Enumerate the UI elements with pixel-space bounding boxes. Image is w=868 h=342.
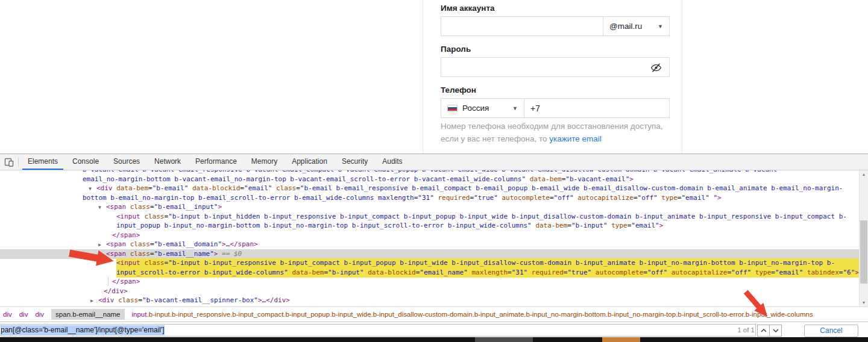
phone-hint-text: Номер телефона необходим для восстановле… <box>441 120 677 145</box>
dom-tree-row[interactable]: <input class="b-input b-input_hidden b-i… <box>0 212 859 222</box>
device-toolbar-button[interactable] <box>0 154 18 170</box>
country-select[interactable]: Россия ▼ <box>441 98 524 118</box>
tab-audits[interactable]: Audits <box>377 154 407 170</box>
domain-select-value: @mail.ru <box>609 22 642 31</box>
chevron-down-icon: ▼ <box>658 23 663 30</box>
match-count: 1 of 1 <box>732 326 755 334</box>
previous-match-button[interactable] <box>757 325 770 337</box>
account-name-field-box <box>441 16 603 36</box>
devtools-tabs: ElementsConsoleSourcesNetworkPerformance… <box>19 154 408 170</box>
vertical-scrollbar[interactable]: ▲ ▼ <box>859 170 868 306</box>
password-visibility-toggle[interactable] <box>650 62 662 73</box>
tab-application[interactable]: Application <box>286 154 333 170</box>
password-field-box <box>441 57 670 77</box>
tab-memory[interactable]: Memory <box>246 154 283 170</box>
tab-console[interactable]: Console <box>67 154 104 170</box>
phone-field-box <box>524 98 670 118</box>
dom-tree-row[interactable]: input_scroll-to-error b-input_wide-colum… <box>116 268 859 278</box>
password-label: Пароль <box>441 45 471 54</box>
tab-security[interactable]: Security <box>336 154 373 170</box>
dom-tree-row[interactable]: ▶<span class="b-email__domain">…</span> <box>0 240 859 249</box>
chevron-down-icon <box>773 329 779 332</box>
twisty-collapsed-icon[interactable]: ▶ <box>98 240 101 250</box>
breadcrumb-item-input[interactable]: input.b-input.b-input_responsive.b-input… <box>132 311 813 318</box>
dom-tree-row[interactable]: </span> <box>0 277 859 287</box>
breadcrumb-item-div[interactable]: div <box>19 311 28 318</box>
eye-off-icon <box>650 62 662 73</box>
dom-tree-row[interactable]: email_no-margin-bottom b-vacant-email_no… <box>0 175 859 184</box>
domain-select[interactable]: @mail.ru ▼ <box>603 16 670 36</box>
find-query-selected-text: span[@class='b-email__name']/input[@type… <box>1 325 165 335</box>
cancel-button[interactable]: Cancel <box>804 325 858 337</box>
tab-performance[interactable]: Performance <box>190 154 242 170</box>
password-input[interactable] <box>441 58 669 76</box>
dom-tree-row[interactable]: ▼<span class="b-email__input"> <box>0 202 859 212</box>
twisty-expanded-icon[interactable]: ▼ <box>98 203 101 213</box>
twisty-collapsed-icon[interactable]: ▶ <box>90 296 93 306</box>
tab-sources[interactable]: Sources <box>108 154 145 170</box>
taskbar-strip <box>0 337 868 342</box>
twisty-expanded-icon[interactable]: ▼ <box>89 184 92 194</box>
devtools-tabbar: ElementsConsoleSourcesNetworkPerformance… <box>0 154 868 170</box>
next-match-button[interactable] <box>769 325 782 337</box>
chevron-down-icon: ▼ <box>512 105 518 111</box>
dom-tree-row[interactable]: <input class="b-input b-input_responsive… <box>116 258 859 268</box>
indent-guide <box>108 277 108 286</box>
dom-tree-row[interactable]: </span> <box>0 231 859 240</box>
account-name-label: Имя аккаунта <box>441 4 495 13</box>
taskbar-segment-active <box>602 337 640 342</box>
russia-flag-icon <box>447 105 458 112</box>
find-input[interactable]: span[@class='b-email__name']/input[@type… <box>1 324 756 337</box>
chevron-up-icon <box>761 329 767 332</box>
account-name-input[interactable] <box>441 17 603 36</box>
dom-tree-row[interactable]: bottom b-email_no-margin-top b-email_scr… <box>0 193 859 203</box>
dom-tree-row[interactable]: ▼<div data-bem="b-email" data-blockid="e… <box>0 184 859 193</box>
specify-email-link[interactable]: укажите email <box>549 134 602 143</box>
dom-tree-row[interactable]: ▶<div class="b-vacant-email__spinner-box… <box>0 296 859 305</box>
scroll-down-icon[interactable]: ▼ <box>860 299 868 306</box>
tab-elements[interactable]: Elements <box>22 154 63 170</box>
taskbar-segment <box>475 337 533 342</box>
scroll-up-icon[interactable]: ▲ <box>860 170 868 178</box>
phone-input[interactable] <box>524 99 669 117</box>
breadcrumb: divdivdivspan.b-email__nameinput.b-input… <box>0 306 868 322</box>
breadcrumb-item-div[interactable]: div <box>3 311 12 318</box>
device-toolbar-icon <box>4 157 14 167</box>
dom-tree-row[interactable]: ▼<span class="b-email__name"> == $0 <box>0 249 859 259</box>
dom-tree: b-vacant-email b-vacant-email_responsive… <box>0 170 859 306</box>
devtools-panel: ElementsConsoleSourcesNetworkPerformance… <box>0 154 868 337</box>
scrollbar-thumb[interactable] <box>860 220 867 284</box>
dom-tree-row[interactable]: input_popup b-input_no-margin-bottom b-i… <box>0 221 859 231</box>
find-bar: span[@class='b-email__name']/input[@type… <box>0 322 868 338</box>
breadcrumb-item-div[interactable]: div <box>35 311 44 318</box>
signup-form-card: Имя аккаунта @mail.ru ▼ Пароль Телефон <box>423 0 682 154</box>
dom-tree-row[interactable]: </div> <box>0 287 859 296</box>
screen: Имя аккаунта @mail.ru ▼ Пароль Телефон <box>0 0 868 342</box>
country-select-value: Россия <box>447 104 489 113</box>
phone-label: Телефон <box>441 86 476 95</box>
breadcrumb-item-span[interactable]: span.b-email__name <box>51 309 124 320</box>
tab-network[interactable]: Network <box>149 154 186 170</box>
